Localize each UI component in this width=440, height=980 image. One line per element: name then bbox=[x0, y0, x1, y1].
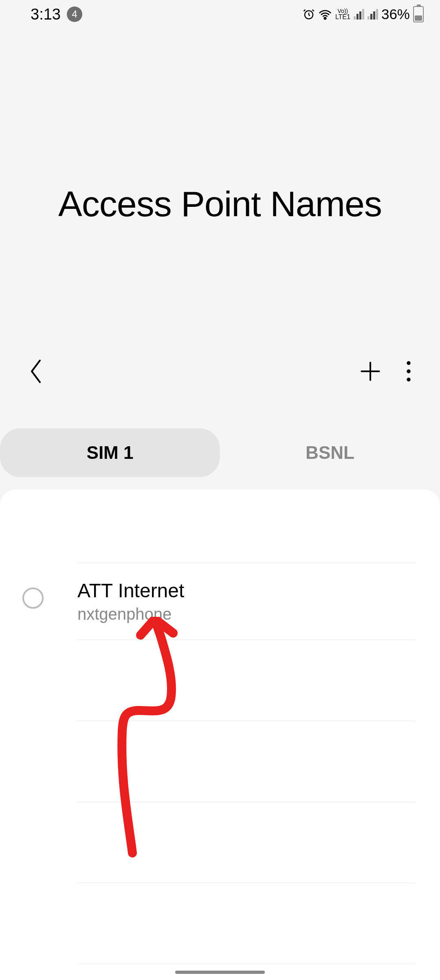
svg-point-2 bbox=[407, 361, 410, 365]
more-options-button[interactable] bbox=[406, 360, 411, 382]
add-button[interactable] bbox=[359, 360, 381, 382]
notification-count-badge: 4 bbox=[67, 7, 82, 22]
divider bbox=[77, 964, 416, 964]
volte-top: Vo)) bbox=[338, 8, 348, 14]
apn-value-label: nxtgenphone bbox=[77, 605, 416, 623]
page-title: Access Point Names bbox=[0, 183, 440, 225]
alarm-icon bbox=[303, 8, 315, 20]
tab-bsnl[interactable]: BSNL bbox=[220, 428, 440, 477]
svg-point-3 bbox=[407, 369, 410, 373]
signal-strength-icon-2 bbox=[367, 9, 378, 20]
status-bar: 3:13 4 Vo)) LTE1 bbox=[0, 0, 440, 29]
apn-name-label: ATT Internet bbox=[77, 579, 416, 602]
svg-point-1 bbox=[324, 18, 326, 19]
apn-list: ATT Internet nxtgenphone bbox=[0, 563, 440, 964]
home-indicator[interactable] bbox=[175, 971, 265, 974]
toolbar bbox=[0, 359, 440, 384]
back-button[interactable] bbox=[29, 359, 43, 384]
status-time: 3:13 bbox=[31, 6, 61, 23]
sim-tabs: SIM 1 BSNL bbox=[0, 428, 440, 477]
lte-label: LTE1 bbox=[335, 14, 350, 20]
apn-content-panel: ATT Internet nxtgenphone Boss App: mostl… bbox=[0, 489, 440, 980]
status-left: 3:13 4 bbox=[31, 6, 82, 23]
tab-sim1[interactable]: SIM 1 bbox=[0, 428, 220, 477]
empty-list-row bbox=[77, 721, 416, 802]
empty-list-row bbox=[77, 883, 416, 964]
empty-list-row bbox=[77, 802, 416, 883]
svg-point-4 bbox=[407, 378, 410, 381]
apn-list-item[interactable]: ATT Internet nxtgenphone bbox=[77, 563, 416, 640]
wifi-icon bbox=[318, 8, 332, 20]
apn-radio-button[interactable] bbox=[22, 588, 44, 609]
battery-icon bbox=[413, 6, 424, 22]
battery-percent: 36% bbox=[381, 6, 410, 22]
status-right: Vo)) LTE1 36% bbox=[303, 6, 424, 22]
empty-list-row bbox=[77, 640, 416, 721]
signal-strength-icon-1 bbox=[354, 9, 364, 20]
volte-indicator: Vo)) LTE1 bbox=[335, 8, 350, 20]
